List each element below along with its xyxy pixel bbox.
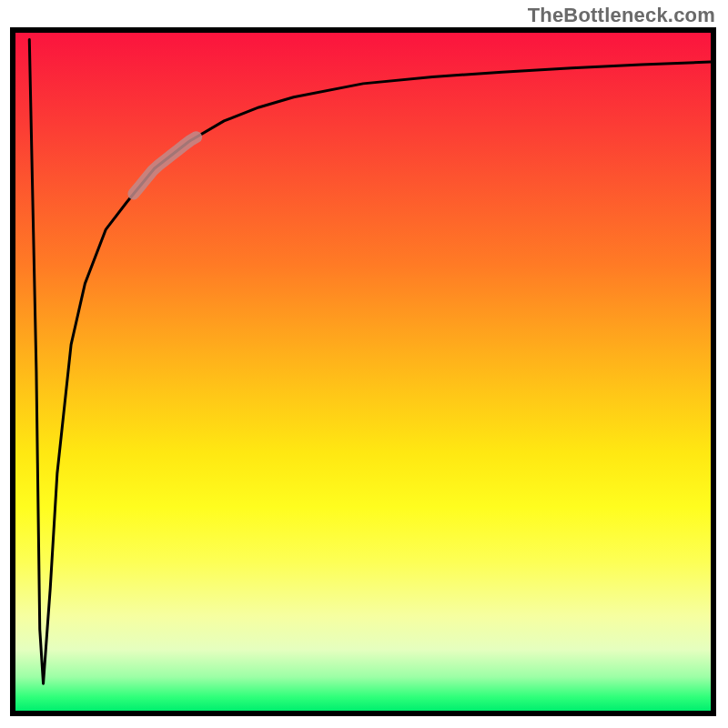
chart-container: TheBottleneck.com <box>0 0 728 728</box>
plot-frame <box>10 27 716 716</box>
main-curve <box>29 39 711 683</box>
highlight-segment <box>134 137 197 194</box>
watermark-text: TheBottleneck.com <box>528 4 715 27</box>
curve-svg <box>15 33 711 711</box>
